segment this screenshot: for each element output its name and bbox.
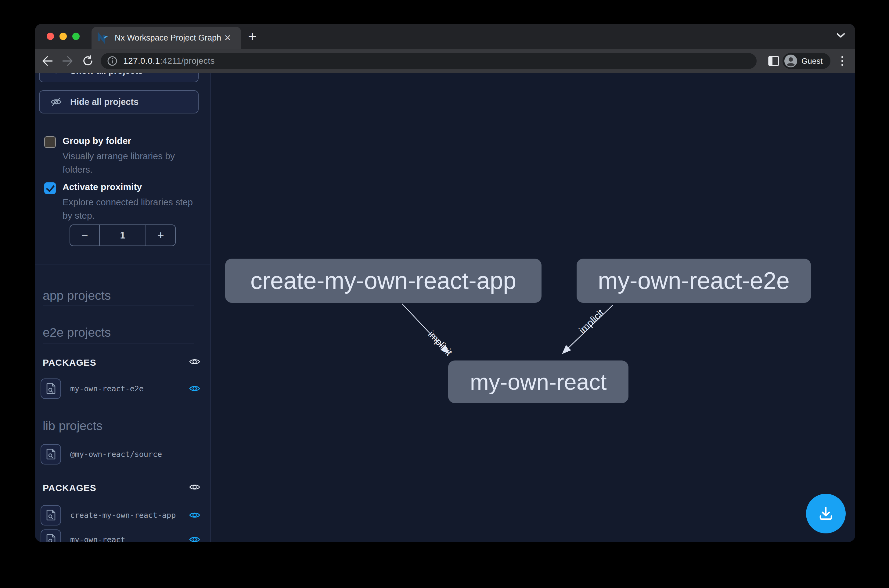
focus-project-button[interactable] — [41, 530, 61, 542]
url-host: 127.0.0.1 — [123, 56, 160, 66]
packages-header-lib: PACKAGES — [43, 483, 96, 493]
toggle-packages-lib-eye-icon[interactable] — [189, 481, 201, 494]
hide-all-projects-label: Hide all projects — [70, 97, 138, 107]
e2e-projects-underline — [43, 343, 194, 344]
project-graph-canvas[interactable]: implicit implicit create-my-own-react-ap… — [210, 73, 855, 542]
graph-node-create-my-own-react-app[interactable]: create-my-own-react-app — [225, 259, 542, 303]
lib-projects-header: lib projects — [43, 419, 102, 433]
download-graph-button[interactable] — [806, 494, 846, 533]
eye-off-icon — [50, 96, 62, 108]
file-search-icon — [46, 509, 56, 521]
forward-button[interactable] — [60, 54, 75, 68]
nx-favicon-icon — [98, 32, 110, 44]
avatar-icon — [784, 55, 797, 68]
group-by-folder-label: Group by folder — [63, 136, 131, 146]
show-all-projects-label: Show all projects — [70, 73, 143, 76]
project-visible-eye-icon[interactable] — [189, 533, 201, 542]
project-row-my-own-react: my-own-react — [41, 529, 125, 542]
download-icon — [817, 505, 834, 522]
page-content: Show all projects Hide all projects Grou… — [35, 73, 855, 542]
packages-header-e2e: PACKAGES — [43, 357, 96, 368]
project-row-my-own-react-e2e: my-own-react-e2e — [41, 378, 144, 399]
graph-node-my-own-react-e2e[interactable]: my-own-react-e2e — [577, 259, 811, 303]
profile-name: Guest — [802, 56, 823, 66]
project-visible-eye-icon[interactable] — [189, 509, 201, 522]
sidebar: Show all projects Hide all projects Grou… — [35, 73, 210, 542]
browser-toolbar: 127.0.0.1:4211/projects Guest — [35, 49, 855, 73]
app-projects-underline — [43, 306, 194, 306]
focus-project-button[interactable] — [41, 505, 61, 525]
url-path: :4211/projects — [160, 56, 215, 66]
forward-arrow-icon — [62, 56, 74, 66]
reload-button[interactable] — [81, 54, 95, 68]
app-projects-header: app projects — [43, 288, 111, 303]
show-all-projects-button[interactable]: Show all projects — [39, 73, 198, 82]
browser-menu-button[interactable] — [835, 54, 850, 68]
file-search-icon — [46, 383, 56, 394]
file-search-icon — [46, 448, 56, 460]
browser-window: Nx Workspace Project Graph × + — [35, 24, 855, 542]
proximity-stepper: − 1 + — [69, 225, 176, 246]
tab-close-icon[interactable]: × — [221, 31, 234, 45]
side-panel-icon[interactable] — [768, 56, 779, 66]
maximize-window-button[interactable] — [72, 33, 80, 40]
url-text: 127.0.0.1:4211/projects — [123, 56, 215, 66]
project-name[interactable]: my-own-react — [70, 535, 125, 542]
edge-label: implicit — [426, 329, 454, 358]
edge-label: implicit — [577, 307, 606, 336]
hide-all-projects-button[interactable]: Hide all projects — [39, 90, 198, 114]
tab-strip: Nx Workspace Project Graph × + — [35, 24, 855, 49]
group-by-folder-checkbox[interactable] — [44, 136, 56, 148]
group-by-folder-description: Visually arrange libraries by folders. — [63, 150, 197, 176]
site-info-icon[interactable] — [107, 56, 118, 66]
activate-proximity-description: Explore connected libraries step by step… — [63, 195, 197, 222]
dependency-edges: implicit implicit — [210, 73, 855, 542]
minimize-window-button[interactable] — [60, 33, 67, 40]
project-row-create-my-own-react-app: create-my-own-react-app — [41, 505, 176, 525]
activate-proximity-checkbox[interactable] — [44, 182, 56, 194]
proximity-increment-button[interactable]: + — [146, 225, 175, 246]
focus-project-button[interactable] — [41, 444, 61, 465]
eye-icon — [50, 73, 62, 77]
focus-project-button[interactable] — [41, 378, 61, 399]
back-button[interactable] — [40, 54, 55, 68]
proximity-decrement-button[interactable]: − — [70, 225, 99, 246]
project-name[interactable]: create-my-own-react-app — [70, 511, 176, 520]
lib-projects-underline — [43, 437, 194, 437]
sidebar-divider — [35, 264, 210, 264]
graph-node-my-own-react[interactable]: my-own-react — [448, 360, 628, 403]
toggle-packages-e2e-eye-icon[interactable] — [189, 356, 201, 369]
e2e-projects-header: e2e projects — [43, 326, 111, 340]
tab-nx-workspace[interactable]: Nx Workspace Project Graph × — [92, 27, 241, 49]
project-visible-eye-icon[interactable] — [189, 382, 201, 396]
activate-proximity-label: Activate proximity — [63, 182, 142, 192]
project-name[interactable]: @my-own-react/source — [70, 450, 162, 459]
file-search-icon — [46, 534, 56, 542]
proximity-value: 1 — [99, 225, 146, 246]
tab-title: Nx Workspace Project Graph — [115, 33, 221, 43]
reload-icon — [82, 55, 94, 67]
address-bar[interactable]: 127.0.0.1:4211/projects — [101, 53, 757, 69]
chevron-down-icon[interactable] — [836, 32, 845, 38]
project-name[interactable]: my-own-react-e2e — [70, 384, 144, 393]
project-row-my-own-react-source: @my-own-react/source — [41, 444, 162, 465]
back-arrow-icon — [41, 56, 53, 66]
profile-button[interactable]: Guest — [782, 53, 830, 69]
close-window-button[interactable] — [47, 33, 54, 40]
new-tab-button[interactable]: + — [244, 28, 261, 45]
